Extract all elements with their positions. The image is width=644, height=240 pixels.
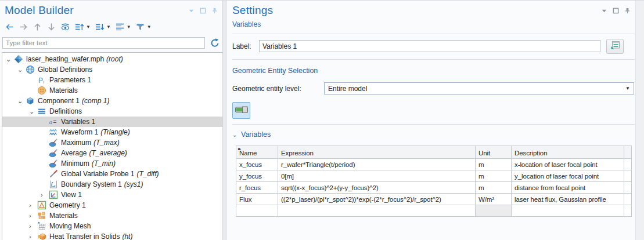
- collapse-chevron-icon[interactable]: ⌄: [5, 56, 14, 63]
- tree-item-heat-transfer-in-solids[interactable]: ›Heat Transfer in Solids(ht): [2, 231, 222, 240]
- tree-item-label: Heat Transfer in Solids: [49, 232, 120, 240]
- comsol-desktop: Model Builder ▼▼▼▼ ⌄laser_heating_wafer.…: [0, 0, 644, 240]
- tree-item-variables-1[interactable]: a=Variables 1: [2, 117, 222, 127]
- cell-name[interactable]: y_focus: [236, 170, 278, 182]
- cell-description[interactable]: laser heat flux, Gaussian profile: [512, 194, 624, 205]
- materials-icon: [37, 211, 46, 220]
- cell-spacer: [624, 194, 632, 205]
- expand-chevron-icon[interactable]: ›: [40, 191, 49, 198]
- cell-description[interactable]: [512, 205, 624, 217]
- tree-item-component-1[interactable]: ⌄Component 1(comp 1): [2, 96, 222, 106]
- column-header-expression[interactable]: Expression: [278, 146, 476, 159]
- cell-expression[interactable]: 0[m]: [278, 170, 476, 182]
- cell-unit[interactable]: m: [476, 159, 512, 170]
- expand-chevron-icon[interactable]: ›: [28, 223, 37, 230]
- variable-row: y_focus0[m]my_location of laser focal po…: [236, 170, 632, 182]
- panel-splitter[interactable]: [223, 1, 227, 240]
- collapse-section-chevron-icon[interactable]: ⌄: [232, 132, 241, 138]
- cell-unit[interactable]: m: [476, 182, 512, 194]
- show-eye-button[interactable]: [60, 22, 70, 32]
- expand-up-button[interactable]: ▼: [74, 22, 91, 32]
- back-arrow-icon: [5, 22, 15, 32]
- float-window-icon[interactable]: [200, 8, 206, 14]
- float-window-icon[interactable]: [613, 8, 619, 14]
- cell-expression[interactable]: [278, 205, 476, 217]
- tree-item-minimum[interactable]: Minimum(T_min): [2, 158, 222, 169]
- panel-menu-caret-icon[interactable]: [601, 8, 607, 14]
- pin-icon[interactable]: [211, 8, 218, 14]
- collapse-chevron-icon[interactable]: ⌄: [17, 97, 26, 105]
- settings-scrollbar-track[interactable]: [635, 1, 644, 240]
- column-header-description[interactable]: Description: [512, 146, 624, 159]
- cell-spacer: [624, 205, 632, 217]
- tree-item-definitions[interactable]: ⌄Definitions: [2, 106, 222, 117]
- waveform-icon: [49, 128, 58, 137]
- tree-item-waveform-1[interactable]: Waveform 1(Triangle): [2, 127, 222, 137]
- tree-item-geometry-1[interactable]: ›Geometry 1: [2, 200, 222, 210]
- cell-expression[interactable]: r_wafer*Triangle(t/period): [278, 159, 476, 170]
- cell-description[interactable]: x-location of laser focal point: [512, 159, 624, 170]
- view-icon: [49, 190, 58, 199]
- tree-item-laser-heating-wafer-mph[interactable]: ⌄laser_heating_wafer.mph(root): [2, 54, 222, 64]
- show-form-button[interactable]: [606, 39, 624, 54]
- tree-item-moving-mesh[interactable]: ›Moving Mesh: [2, 221, 222, 231]
- refresh-icon[interactable]: [210, 38, 220, 48]
- tree-item-boundary-system-1[interactable]: Boundary System 1(sys1): [2, 179, 222, 190]
- active-selection-toggle-button[interactable]: [232, 102, 250, 119]
- cell-unit[interactable]: W/m²: [476, 194, 512, 205]
- pin-icon[interactable]: [624, 8, 631, 14]
- move-up-button[interactable]: [33, 22, 42, 32]
- cell-description[interactable]: distance from focal point: [512, 182, 624, 194]
- caret-down-icon: ▼: [127, 24, 131, 30]
- cell-description[interactable]: y_location of laser focal point: [512, 170, 624, 182]
- cell-name[interactable]: r_focus: [236, 182, 278, 194]
- divider: [232, 124, 635, 125]
- tree-item-view-1[interactable]: ›View 1: [2, 190, 222, 200]
- expand-chevron-icon[interactable]: ›: [28, 212, 37, 219]
- column-header-unit[interactable]: Unit: [476, 146, 512, 159]
- cell-spacer: [624, 170, 632, 182]
- settings-panel: Settings Variables Label: Geometric Enti…: [227, 1, 644, 240]
- filter-funnel-button[interactable]: ▼: [135, 22, 152, 32]
- model-builder-panel: Model Builder ▼▼▼▼ ⌄laser_heating_wafer.…: [0, 1, 223, 240]
- move-down-button[interactable]: [46, 22, 56, 32]
- filter-input[interactable]: [2, 37, 205, 49]
- show-eye-icon: [60, 22, 70, 32]
- back-arrow-button[interactable]: [5, 22, 15, 32]
- filter-funnel-icon: [135, 22, 145, 32]
- tree-item-global-definitions[interactable]: ⌄Global Definitions: [2, 64, 222, 75]
- label-input[interactable]: [259, 40, 600, 52]
- column-header-name[interactable]: ▸▸Name: [236, 146, 278, 159]
- tree-item-average[interactable]: Average(T_average): [2, 148, 222, 158]
- geometric-entity-level-select[interactable]: Entire model ▼: [324, 82, 634, 94]
- move-down-icon: [46, 22, 56, 32]
- tree-item-parameters-1[interactable]: PiParameters 1: [2, 75, 222, 85]
- probe-icon: [49, 138, 58, 147]
- tree-item-suffix: (root): [106, 55, 123, 63]
- collapse-chevron-icon[interactable]: ⌄: [17, 66, 26, 74]
- node-text-button[interactable]: ▼: [115, 22, 131, 32]
- settings-content: Settings Variables Label: Geometric Enti…: [227, 1, 635, 240]
- tree-item-maximum[interactable]: Maximum(T_max): [2, 137, 222, 148]
- expand-down-button[interactable]: ▼: [95, 22, 111, 32]
- cell-unit[interactable]: m: [476, 170, 512, 182]
- tree-item-materials[interactable]: Materials: [2, 85, 222, 96]
- collapse-chevron-icon[interactable]: ⌄: [28, 108, 37, 115]
- column-header-spacer: [624, 146, 632, 159]
- tree-item-global-variable-probe-1[interactable]: Global Variable Probe 1(T_diff): [2, 169, 222, 179]
- cell-name[interactable]: x_focus: [236, 159, 278, 170]
- expand-chevron-icon[interactable]: ›: [28, 233, 37, 240]
- tree-item-materials[interactable]: ›Materials: [2, 210, 222, 221]
- cell-spacer: [624, 182, 632, 194]
- expand-chevron-icon[interactable]: ›: [28, 202, 37, 209]
- tree-item-suffix: (comp 1): [82, 97, 109, 105]
- cell-expression[interactable]: ((2*p_laser)/(pi*r_spot^2))*exp(-(2*r_fo…: [278, 194, 476, 205]
- tree-item-suffix: (T_min): [92, 159, 116, 168]
- parameters-icon: Pi: [37, 75, 46, 85]
- forward-arrow-button[interactable]: [19, 22, 28, 32]
- tree-item-label: Moving Mesh: [49, 222, 91, 230]
- cell-expression[interactable]: sqrt((x-x_focus)^2+(y-y_focus)^2): [278, 182, 476, 194]
- cell-name[interactable]: Flux: [236, 194, 278, 205]
- panel-menu-caret-icon[interactable]: [188, 8, 195, 14]
- cell-name[interactable]: [236, 205, 278, 217]
